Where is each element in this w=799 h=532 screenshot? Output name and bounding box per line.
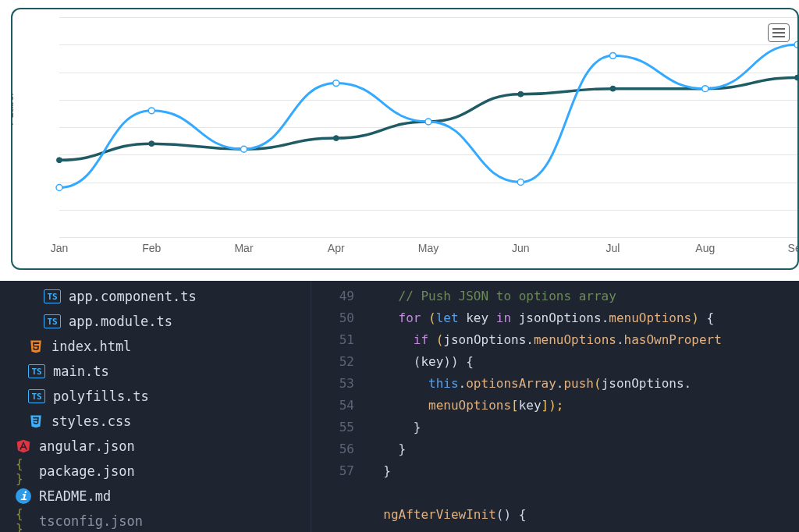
- angular-icon: [16, 438, 31, 454]
- chart-series-light: [59, 44, 797, 187]
- ide-panel: TSapp.component.tsTSapp.module.tsindex.h…: [0, 281, 799, 532]
- chart-x-tick: Apr: [328, 242, 345, 254]
- chart-point[interactable]: [425, 119, 431, 125]
- line-number: 52: [311, 351, 354, 373]
- code-line: for (let key in jsonOptions.menuOptions)…: [368, 307, 799, 329]
- line-number: 50: [311, 307, 354, 329]
- file-name: index.html: [51, 339, 131, 354]
- code-line: ngAfterViewInit() {: [368, 504, 799, 526]
- code-line: }: [368, 417, 799, 438]
- chart-x-tick: Jul: [606, 242, 620, 254]
- chart-x-tick: Mar: [234, 242, 253, 254]
- line-number: 56: [311, 438, 354, 460]
- file-row[interactable]: { }package.json: [0, 459, 311, 484]
- ts-icon: TS: [28, 389, 45, 403]
- chart-point[interactable]: [56, 185, 62, 191]
- line-gutter: 495051525354555657: [311, 281, 368, 532]
- file-name: styles.css: [51, 413, 131, 429]
- chart-point[interactable]: [795, 75, 799, 80]
- line-number: 54: [311, 395, 354, 417]
- file-row[interactable]: TSmain.ts: [0, 359, 311, 384]
- chart-x-tick: Feb: [142, 242, 161, 254]
- chart-x-tick: Sep: [788, 242, 799, 254]
- line-number: 57: [311, 460, 354, 482]
- chart-x-tick: Jan: [51, 242, 69, 254]
- info-icon: i: [16, 488, 31, 504]
- file-row[interactable]: { }tsconfig.json: [0, 509, 311, 532]
- file-row[interactable]: TSapp.component.ts: [0, 284, 311, 309]
- chart-point[interactable]: [333, 136, 339, 141]
- chart-point[interactable]: [149, 141, 154, 147]
- code-line: (key)) {: [368, 351, 799, 373]
- code-line: }: [368, 438, 799, 460]
- css-icon: [28, 413, 44, 429]
- code-line: this.optionsArray.push(jsonOptions.: [368, 373, 799, 395]
- chart-point[interactable]: [148, 108, 154, 114]
- file-name: app.component.ts: [69, 289, 197, 304]
- chart-x-tick: May: [418, 242, 439, 254]
- file-row[interactable]: iREADME.md: [0, 484, 311, 509]
- code-line: // Push JSON to options array: [368, 286, 799, 307]
- line-number: 49: [311, 286, 354, 307]
- chart-point[interactable]: [333, 80, 339, 87]
- code-line: }: [368, 460, 799, 482]
- file-row[interactable]: TSapp.module.ts: [0, 309, 311, 334]
- chart-point[interactable]: [610, 52, 616, 59]
- ts-icon: TS: [28, 364, 45, 378]
- chart-point[interactable]: [794, 41, 799, 48]
- json-icon: { }: [16, 513, 31, 529]
- ts-icon: TS: [44, 289, 61, 303]
- code-line: menuOptions[key]);: [368, 395, 799, 417]
- line-number: 51: [311, 329, 354, 351]
- ts-icon: TS: [44, 314, 61, 328]
- chart-point[interactable]: [518, 91, 524, 97]
- chart-point[interactable]: [57, 158, 62, 163]
- file-row[interactable]: index.html: [0, 334, 311, 359]
- chart-menu-button[interactable]: [768, 23, 790, 42]
- chart-x-tick: Aug: [695, 242, 715, 254]
- chart-point[interactable]: [610, 86, 616, 91]
- html5-icon: [28, 339, 44, 354]
- chart-x-tick: Jun: [512, 242, 530, 254]
- code-area[interactable]: // Push JSON to options array for (let k…: [368, 281, 799, 532]
- chart-x-axis: JanFebMarAprMayJunJulAugSep: [59, 242, 797, 261]
- code-line: [368, 482, 799, 504]
- chart-panel: Y Label JanFebMarAprMayJunJulAugSep: [0, 0, 799, 281]
- grid-line: [59, 237, 797, 238]
- chart-point[interactable]: [517, 179, 524, 186]
- code-editor: 495051525354555657 // Push JSON to optio…: [311, 281, 799, 532]
- file-explorer: TSapp.component.tsTSapp.module.tsindex.h…: [0, 281, 311, 532]
- file-name: README.md: [39, 488, 111, 504]
- chart-plot-area: [59, 17, 797, 237]
- file-row[interactable]: angular.json: [0, 434, 311, 459]
- file-name: polyfills.ts: [53, 388, 149, 404]
- chart-frame: Y Label JanFebMarAprMayJunJulAugSep: [11, 8, 799, 270]
- chart-y-label: Y Label: [11, 94, 16, 128]
- file-name: app.module.ts: [69, 314, 172, 329]
- file-name: main.ts: [53, 364, 109, 379]
- chart-point[interactable]: [702, 86, 708, 92]
- line-number: 55: [311, 417, 354, 438]
- file-name: tsconfig.json: [39, 513, 143, 529]
- file-row[interactable]: TSpolyfills.ts: [0, 384, 311, 409]
- code-line: if (jsonOptions.menuOptions.hasOwnProper…: [368, 329, 799, 351]
- chart-point[interactable]: [241, 146, 247, 152]
- hamburger-icon: [772, 28, 785, 30]
- line-number: 53: [311, 373, 354, 395]
- file-name: angular.json: [39, 438, 135, 454]
- file-row[interactable]: styles.css: [0, 409, 311, 434]
- json-icon: { }: [16, 463, 31, 479]
- file-name: package.json: [39, 463, 135, 479]
